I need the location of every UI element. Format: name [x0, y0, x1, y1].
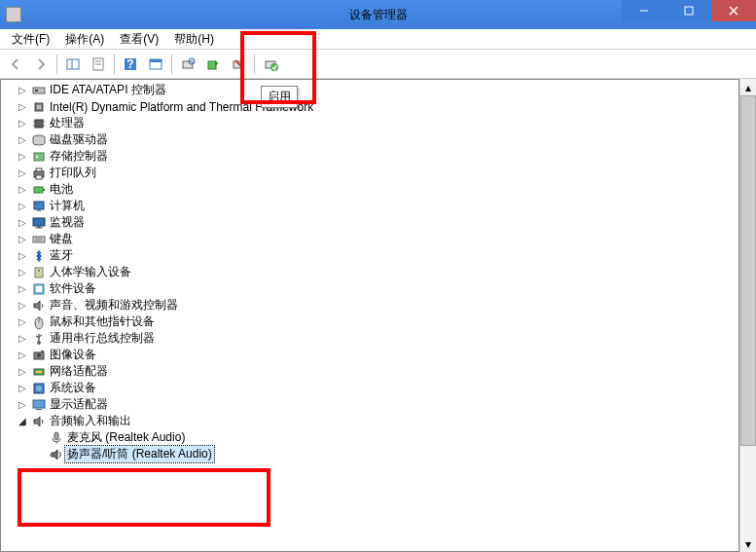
tree-node[interactable]: ▷处理器	[1, 115, 738, 131]
tree-node[interactable]: ▷声音、视频和游戏控制器	[1, 297, 738, 313]
toolbar: ?	[0, 50, 756, 79]
bluetooth-icon	[30, 248, 48, 264]
close-button[interactable]	[711, 0, 756, 21]
tree-node[interactable]: ▷图像设备	[1, 347, 738, 363]
help-button[interactable]: ?	[119, 53, 142, 76]
svg-rect-33	[36, 168, 42, 171]
svg-rect-1	[685, 7, 693, 15]
tree-node[interactable]: ▷打印队列	[1, 165, 738, 181]
tree-node[interactable]: ▷系统设备	[1, 380, 738, 396]
scroll-down-button[interactable]: ▾	[740, 535, 756, 552]
separator	[254, 55, 255, 74]
expand-arrow-icon[interactable]: ▷	[15, 134, 30, 145]
device-tree[interactable]: ▷IDE ATA/ATAPI 控制器▷Intel(R) Dynamic Plat…	[0, 79, 739, 552]
tree-node-label: 图像设备	[48, 347, 98, 363]
speaker-icon	[30, 414, 48, 429]
expand-arrow-icon[interactable]: ▷	[15, 118, 30, 129]
tree-node[interactable]: ▷键盘	[1, 231, 738, 247]
menu-view[interactable]: 查看(V)	[112, 29, 166, 50]
enable-tooltip: 启用	[261, 86, 298, 108]
tree-node-label: 打印队列	[48, 165, 98, 181]
expand-arrow-icon[interactable]: ▷	[15, 234, 30, 244]
tree-node-label: 处理器	[48, 115, 87, 131]
svg-point-31	[36, 156, 38, 158]
display-icon	[30, 397, 48, 413]
tree-node[interactable]: ▷计算机	[1, 198, 738, 214]
svg-rect-36	[43, 189, 45, 191]
expand-arrow-icon[interactable]: ▷	[15, 283, 30, 294]
minimize-button[interactable]	[622, 0, 666, 21]
svg-rect-13	[183, 61, 193, 68]
battery-icon	[30, 182, 48, 198]
vertical-scrollbar[interactable]: ▴ ▾	[739, 79, 756, 552]
enable-button[interactable]	[259, 53, 282, 76]
menu-file[interactable]: 文件(F)	[4, 29, 57, 50]
tree-node[interactable]: ▷Intel(R) Dynamic Platform and Thermal F…	[1, 98, 738, 115]
expand-arrow-icon[interactable]: ▷	[15, 399, 30, 410]
scan-hardware-button[interactable]	[176, 53, 199, 76]
expand-arrow-icon[interactable]: ▷	[15, 217, 30, 228]
scroll-track[interactable]	[740, 95, 756, 535]
menu-action[interactable]: 操作(A)	[57, 29, 112, 50]
forward-button[interactable]	[29, 53, 53, 76]
svg-point-61	[36, 386, 42, 391]
scroll-thumb[interactable]	[740, 95, 756, 446]
expand-arrow-icon[interactable]: ▷	[15, 250, 30, 261]
tree-node[interactable]: ▷存储控制器	[1, 148, 738, 165]
tree-node-label: 音频输入和输出	[48, 413, 133, 429]
nic-icon	[30, 364, 48, 380]
svg-rect-34	[36, 175, 42, 179]
tree-node-label: 磁盘驱动器	[48, 131, 110, 148]
expand-arrow-icon[interactable]: ▷	[15, 267, 30, 277]
tree-node[interactable]: ▷IDE ATA/ATAPI 控制器	[1, 82, 738, 98]
expand-arrow-icon[interactable]: ▷	[15, 167, 30, 178]
software-icon	[30, 281, 48, 297]
tree-node[interactable]: ▷蓝牙	[1, 247, 738, 264]
tree-node[interactable]: ◢音频输入和输出	[1, 413, 738, 429]
tree-node[interactable]: ▷网络适配器	[1, 363, 738, 380]
tree-node[interactable]: ▷鼠标和其他指针设备	[1, 313, 738, 330]
tree-node[interactable]: ▷通用串行总线控制器	[1, 330, 738, 347]
expand-arrow-icon[interactable]: ▷	[15, 300, 30, 311]
svg-rect-24	[35, 120, 43, 128]
menu-help[interactable]: 帮助(H)	[166, 29, 222, 50]
tree-node[interactable]: ▷人体学输入设备	[1, 264, 738, 280]
expand-arrow-icon[interactable]: ▷	[15, 383, 30, 393]
tree-node[interactable]: ▷显示适配器	[1, 396, 738, 413]
update-driver-button[interactable]	[201, 53, 225, 76]
menubar: 文件(F) 操作(A) 查看(V) 帮助(H)	[0, 29, 756, 50]
tree-node[interactable]: ▷磁盘驱动器	[1, 131, 738, 148]
svg-point-56	[37, 353, 41, 357]
collapse-arrow-icon[interactable]: ◢	[15, 416, 30, 426]
svg-point-46	[38, 270, 40, 272]
show-hide-console-button[interactable]	[61, 53, 85, 76]
tree-node[interactable]: ▷监视器	[1, 214, 738, 231]
expand-arrow-icon[interactable]: ▷	[15, 101, 30, 112]
expand-arrow-icon[interactable]: ▷	[15, 201, 30, 211]
keyboard-icon	[30, 232, 48, 247]
uninstall-button[interactable]	[227, 53, 250, 76]
tree-node-label: IDE ATA/ATAPI 控制器	[48, 82, 168, 98]
expand-arrow-icon[interactable]: ▷	[15, 85, 30, 95]
action-button[interactable]	[144, 53, 167, 76]
back-button[interactable]	[4, 53, 27, 76]
maximize-button[interactable]	[666, 0, 711, 21]
tree-node[interactable]: ▷软件设备	[1, 280, 738, 297]
expand-arrow-icon[interactable]: ▷	[15, 366, 30, 377]
svg-rect-30	[34, 153, 44, 161]
scroll-up-button[interactable]: ▴	[740, 79, 756, 95]
expand-arrow-icon[interactable]: ▷	[15, 184, 30, 195]
expand-arrow-icon[interactable]: ▷	[15, 350, 30, 360]
window-controls	[622, 0, 756, 21]
tree-node[interactable]: ▷电池	[1, 181, 738, 198]
properties-button[interactable]	[87, 53, 110, 76]
expand-arrow-icon[interactable]: ▷	[15, 316, 30, 327]
svg-rect-20	[33, 88, 45, 93]
tree-node-label: 鼠标和其他指针设备	[48, 313, 157, 330]
expand-arrow-icon[interactable]: ▷	[15, 151, 30, 162]
tree-node[interactable]: 麦克风 (Realtek Audio)	[1, 429, 738, 446]
tree-node-label: 显示适配器	[48, 396, 110, 413]
expand-arrow-icon[interactable]: ▷	[15, 333, 30, 344]
svg-rect-4	[67, 59, 79, 69]
tree-node[interactable]: 扬声器/听筒 (Realtek Audio)	[1, 446, 738, 462]
